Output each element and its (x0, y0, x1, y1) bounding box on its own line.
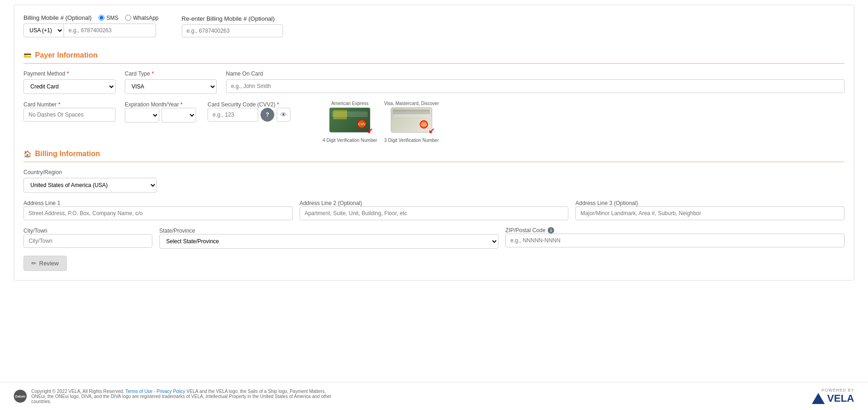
address1-input[interactable] (23, 206, 293, 220)
payer-fields-row: Payment Method * Credit Card Bank Transf… (23, 70, 845, 94)
visa-digit-label: 3 Digit Verification Number (384, 138, 439, 143)
card-type-label: Card Type * (125, 70, 217, 77)
terms-link[interactable]: Terms of Use (126, 389, 153, 394)
zip-label-row: ZIP/Postal Code i (505, 227, 845, 234)
phone-input-row: USA (+1) (23, 23, 159, 37)
city-state-zip-row: City/Town State/Province Select State/Pr… (23, 227, 845, 249)
whatsapp-label: WhatsApp (133, 15, 158, 21)
zip-label: ZIP/Postal Code (505, 227, 545, 234)
expiry-group: Expiration Month/Year * 01 02 03 04 05 0… (125, 101, 198, 123)
name-on-card-input[interactable] (226, 79, 845, 93)
address3-label: Address Line 3 (Optional) (575, 200, 638, 206)
sms-radio-label[interactable]: SMS (98, 15, 118, 21)
country-select[interactable]: United States of America (USA) Canada Un… (23, 178, 157, 193)
card-type-select[interactable]: VISA Mastercard American Express Discove… (125, 79, 217, 94)
payment-method-label: Payment Method * (23, 70, 116, 77)
billing-mobile-input[interactable] (64, 23, 156, 37)
cvv-group: Card Security Code (CVV2) * ? 👁 (208, 101, 309, 122)
datum-logo: Datum (14, 390, 27, 403)
cvv-info-button[interactable]: ? (260, 108, 274, 122)
content-card: Billing Mobile # (Optional) SMS WhatsApp (14, 5, 854, 281)
billing-section-header: 🏠 Billing Information (23, 150, 845, 162)
country-code-select[interactable]: USA (+1) (23, 23, 64, 37)
billing-mobile-label: Billing Mobile # (Optional) (23, 14, 92, 21)
expiry-selects: 01 02 03 04 05 06 07 08 09 10 11 12 (125, 108, 198, 123)
re-enter-mobile-label: Re-enter Billing Mobile # (Optional) (182, 15, 283, 22)
footer-right: POWERED BY VELA (812, 388, 854, 404)
footer-left: Datum Copyright © 2022 VELA, All Rights … (14, 389, 336, 404)
expiry-required: * (180, 101, 183, 108)
cvv-input[interactable] (208, 108, 258, 122)
country-group: Country/Region United States of America … (23, 169, 157, 193)
name-on-card-group: Name On Card (226, 70, 845, 93)
payer-section-header: 💳 Payer Information (23, 51, 845, 64)
billing-section-title: Billing Information (35, 150, 100, 158)
payment-method-group: Payment Method * Credit Card Bank Transf… (23, 70, 116, 94)
cvv-input-row: ? 👁 (208, 108, 309, 122)
amex-arrow: ↙ (367, 126, 373, 135)
footer-text: Copyright © 2022 VELA, All Rights Reserv… (31, 389, 336, 404)
visa-card-container: Visa, Mastercard, Discover CVV ↙ 3 Digit… (384, 101, 439, 143)
card-type-required: * (152, 70, 154, 77)
address2-group: Address Line 2 (Optional) (300, 199, 569, 220)
card-number-group: Card Number * (23, 101, 116, 122)
zip-input[interactable] (505, 234, 845, 247)
address2-input[interactable] (300, 206, 569, 220)
country-label: Country/Region (23, 169, 157, 176)
cvv-toggle-visibility-button[interactable]: 👁 (277, 108, 290, 122)
address1-group: Address Line 1 (23, 199, 293, 220)
whatsapp-radio[interactable] (125, 15, 131, 21)
city-input[interactable] (23, 234, 152, 248)
expiry-year-select[interactable]: 2024 2025 2026 2027 2028 2029 2030 (162, 108, 196, 123)
visa-arrow: ↙ (428, 126, 434, 135)
vela-triangle-icon (812, 393, 825, 404)
card-number-label: Card Number * (23, 101, 60, 108)
address1-label: Address Line 1 (23, 200, 60, 206)
billing-mobile-left: Billing Mobile # (Optional) SMS WhatsApp (23, 14, 159, 37)
amex-card-label: American Express (331, 101, 369, 106)
card-type-group: Card Type * VISA Mastercard American Exp… (125, 70, 217, 94)
review-button-label: Review (39, 260, 59, 267)
name-on-card-label: Name On Card (226, 70, 845, 77)
page-wrapper: Billing Mobile # (Optional) SMS WhatsApp (0, 0, 868, 410)
billing-fields: Country/Region United States of America … (23, 169, 845, 249)
billing-icon: 🏠 (23, 150, 31, 158)
payment-required: * (67, 70, 69, 77)
amex-card-container: American Express CVV ↙ 4 Digit Verificat… (323, 101, 377, 143)
amex-digit-label: 4 Digit Verification Number (323, 138, 377, 143)
review-button[interactable]: ✏ Review (23, 256, 67, 271)
address-row: Address Line 1 Address Line 2 (Optional)… (23, 199, 845, 220)
address3-input[interactable] (575, 206, 845, 220)
vela-logo: VELA (812, 392, 854, 404)
visa-card-img: CVV (391, 107, 432, 133)
powered-by-label: POWERED BY (822, 388, 854, 392)
re-enter-group: Re-enter Billing Mobile # (Optional) (182, 15, 283, 37)
address3-group: Address Line 3 (Optional) (575, 199, 845, 220)
amex-card-img: CVV (329, 107, 370, 133)
payer-icon: 💳 (23, 52, 31, 59)
zip-info-icon[interactable]: i (548, 227, 554, 234)
footer-copyright: Copyright © 2022 VELA, All Rights Reserv… (31, 389, 124, 394)
cvv-required: * (277, 101, 279, 108)
sms-label: SMS (106, 15, 118, 21)
billing-mobile-label-line: Billing Mobile # (Optional) SMS WhatsApp (23, 14, 159, 21)
expiry-month-select[interactable]: 01 02 03 04 05 06 07 08 09 10 11 12 (125, 108, 159, 123)
privacy-link[interactable]: Privacy Policy (156, 389, 185, 394)
state-label: State/Province (159, 228, 195, 234)
footer: Datum Copyright © 2022 VELA, All Rights … (0, 382, 868, 410)
state-select[interactable]: Select State/Province Alabama Alaska Ari… (159, 234, 498, 249)
card-number-input[interactable] (23, 108, 116, 122)
payment-method-select[interactable]: Credit Card Bank Transfer (23, 79, 116, 94)
whatsapp-radio-label[interactable]: WhatsApp (125, 15, 158, 21)
city-label: City/Town (23, 228, 47, 234)
visa-card-label: Visa, Mastercard, Discover (384, 101, 439, 106)
card-number-required: * (58, 101, 60, 108)
address2-label: Address Line 2 (Optional) (300, 200, 362, 206)
review-pencil-icon: ✏ (31, 260, 36, 267)
amex-card-wrapper: CVV ↙ (329, 107, 370, 134)
country-row: Country/Region United States of America … (23, 169, 845, 193)
sms-radio[interactable] (98, 15, 104, 21)
payer-section-title: Payer Information (35, 51, 98, 59)
re-enter-mobile-input[interactable] (182, 24, 283, 37)
billing-mobile-row: Billing Mobile # (Optional) SMS WhatsApp (23, 12, 845, 44)
